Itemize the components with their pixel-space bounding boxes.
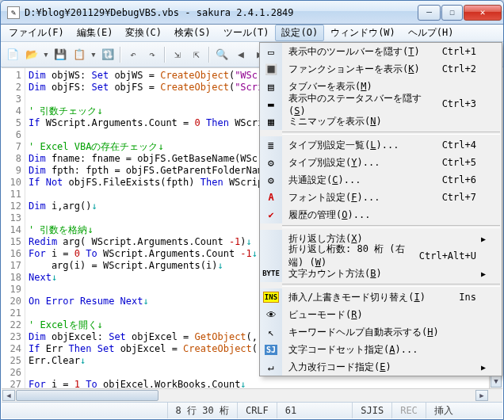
toolbar-icon: ▭ xyxy=(260,43,282,60)
expand-icon[interactable]: ⇲ xyxy=(169,46,186,63)
menu-label: 履歴の管理(O)... xyxy=(282,208,467,222)
menu-label: ビューモード(R) xyxy=(282,308,467,322)
line-gutter: 1234567891011121314151617181920212223242… xyxy=(2,68,25,402)
menu-accel: Ctrl+Alt+U xyxy=(410,250,476,262)
type-icon: ⚙ xyxy=(260,154,282,171)
menu-file[interactable]: ファイル(F) xyxy=(2,25,71,41)
menu-label: 共通設定(C)... xyxy=(282,174,433,187)
menu-label: 折り返し桁数: 80 桁 (右端) (W) xyxy=(282,242,410,269)
menu-accel: Ctrl+6 xyxy=(433,174,476,185)
reload-icon[interactable]: 🔃 xyxy=(99,46,116,63)
scroll-down-icon[interactable]: ▼ xyxy=(491,375,502,388)
menu-item[interactable]: ≣タイプ別設定一覧(L)...Ctrl+4 xyxy=(260,136,502,154)
menu-item[interactable]: ↵入力改行コード指定(E)▶ xyxy=(260,358,502,376)
menu-label: 文字カウント方法(B) xyxy=(282,267,467,281)
scroll-thumb[interactable] xyxy=(16,390,158,401)
status-rec: REC xyxy=(391,403,426,418)
menubar: ファイル(F) 編集(E) 変換(C) 検索(S) ツール(T) 設定(O) ウ… xyxy=(1,25,503,42)
menu-accel: Ctrl+3 xyxy=(433,98,476,109)
menu-label: ミニマップを表示(N) xyxy=(282,115,467,128)
menu-accel: Ctrl+7 xyxy=(433,192,476,203)
status-enc: SJIS xyxy=(352,403,391,418)
fn-icon: 🔳 xyxy=(260,60,282,78)
redo-icon[interactable]: ↷ xyxy=(143,46,161,63)
byte-icon: BYTE xyxy=(260,265,282,282)
scroll-left-icon[interactable]: ◀ xyxy=(2,390,15,401)
maximize-button[interactable]: ☐ xyxy=(441,5,463,21)
menu-item[interactable]: ⚙タイプ別設定(Y)...Ctrl+5 xyxy=(260,154,502,171)
menu-label: 入力改行コード指定(E) xyxy=(282,361,467,374)
menu-convert[interactable]: 変換(C) xyxy=(119,25,168,41)
menu-item[interactable]: 🔳ファンクションキーを表示(K)Ctrl+2 xyxy=(260,60,502,78)
menu-item[interactable]: BYTE文字カウント方法(B)▶ xyxy=(260,265,502,282)
menu-item[interactable]: SJ文字コードセット指定(A)... xyxy=(260,341,502,358)
menu-item[interactable]: ▦ミニマップを表示(N) xyxy=(260,113,502,130)
save-icon[interactable]: 💾 xyxy=(52,46,69,63)
close-button[interactable]: ✕ xyxy=(464,5,502,21)
menu-item[interactable]: 折り返し桁数: 80 桁 (右端) (W)Ctrl+Alt+U xyxy=(260,247,502,265)
menu-accel: Ctrl+1 xyxy=(433,46,476,57)
app-icon: ✎ xyxy=(7,6,20,19)
list-icon: ≣ xyxy=(260,136,282,154)
menu-label: タイプ別設定(Y)... xyxy=(282,156,433,170)
status-crlf: CRLF xyxy=(237,403,277,418)
menu-label: 文字コードセット指定(A)... xyxy=(282,343,467,357)
menu-accel: Ctrl+2 xyxy=(433,63,476,74)
status-icon: ▬ xyxy=(260,95,282,113)
settings-menu: ▭表示中のツールバーを隠す(T)Ctrl+1🔳ファンクションキーを表示(K)Ct… xyxy=(259,42,502,376)
menu-label: 表示中のツールバーを隠す(T) xyxy=(282,45,433,59)
menu-item[interactable]: ↖キーワードヘルプ自動表示する(H) xyxy=(260,323,502,341)
sj-icon: SJ xyxy=(260,341,282,358)
menu-item[interactable]: ✔履歴の管理(O)... xyxy=(260,206,502,223)
menu-search[interactable]: 検索(S) xyxy=(168,25,217,41)
submenu-arrow-icon: ▶ xyxy=(476,269,486,278)
menu-item[interactable]: Aフォント設定(F)...Ctrl+7 xyxy=(260,189,502,206)
collapse-icon[interactable]: ⇱ xyxy=(188,46,205,63)
mini-icon: ▦ xyxy=(260,113,282,130)
find-prev-icon[interactable]: ◀ xyxy=(232,46,250,63)
menu-edit[interactable]: 編集(E) xyxy=(71,25,120,41)
minimize-button[interactable]: ─ xyxy=(418,5,441,21)
font-icon: A xyxy=(260,189,282,206)
menu-label: フォント設定(F)... xyxy=(282,191,433,204)
menu-item[interactable]: 👁ビューモード(R) xyxy=(260,306,502,323)
blank-icon xyxy=(260,230,282,247)
horizontal-scrollbar[interactable]: ◀ ▶ xyxy=(2,388,502,402)
menu-label: 表示中のステータスバーを隠す(S) xyxy=(282,92,433,116)
saveall-icon[interactable]: 📋 xyxy=(71,46,88,63)
status-ins: 挿入 xyxy=(426,403,461,418)
check-icon: ✔ xyxy=(260,206,282,223)
open-icon[interactable]: 📂 xyxy=(23,46,40,63)
menu-item[interactable]: INS挿入/上書きモード切り替え(I)Ins xyxy=(260,288,502,306)
menu-accel: Ctrl+4 xyxy=(433,139,476,151)
search-icon[interactable]: 🔍 xyxy=(213,46,231,63)
submenu-arrow-icon: ▶ xyxy=(476,235,486,243)
menu-window[interactable]: ウィンドウ(W) xyxy=(324,25,402,41)
status-cp: 61 xyxy=(277,403,304,418)
crlf-icon: ↵ xyxy=(260,358,282,376)
menu-item[interactable]: ⚙共通設定(C)...Ctrl+6 xyxy=(260,171,502,189)
menu-settings[interactable]: 設定(O) xyxy=(275,25,324,41)
status-pos: 8 行 30 桁 xyxy=(167,403,237,418)
common-icon: ⚙ xyxy=(260,171,282,189)
dropdown-icon[interactable]: ▾ xyxy=(42,46,50,63)
menu-item[interactable]: ▭表示中のツールバーを隠す(T)Ctrl+1 xyxy=(260,43,502,60)
undo-icon[interactable]: ↶ xyxy=(124,46,142,63)
blank-icon xyxy=(260,247,282,265)
menu-label: キーワードヘルプ自動表示する(H) xyxy=(282,326,467,339)
menu-item[interactable]: ▬表示中のステータスバーを隠す(S)Ctrl+3 xyxy=(260,95,502,113)
scroll-right-icon[interactable]: ▶ xyxy=(475,390,488,401)
dropdown-icon[interactable]: ▾ xyxy=(90,46,97,63)
menu-help[interactable]: ヘルプ(H) xyxy=(402,25,460,41)
view-icon: 👁 xyxy=(260,306,282,323)
menu-tool[interactable]: ツール(T) xyxy=(217,25,276,41)
menu-label: ファンクションキーを表示(K) xyxy=(282,63,433,76)
menu-accel: Ins xyxy=(449,292,476,303)
statusbar: 8 行 30 桁 CRLF 61 SJIS REC 挿入 xyxy=(2,402,502,418)
new-icon[interactable]: 📄 xyxy=(4,46,21,63)
ins-icon: INS xyxy=(260,288,282,306)
tab-icon: ▤ xyxy=(260,78,282,95)
menu-label: 挿入/上書きモード切り替え(I) xyxy=(282,291,449,304)
menu-accel: Ctrl+5 xyxy=(433,157,476,168)
submenu-arrow-icon: ▶ xyxy=(476,363,486,372)
